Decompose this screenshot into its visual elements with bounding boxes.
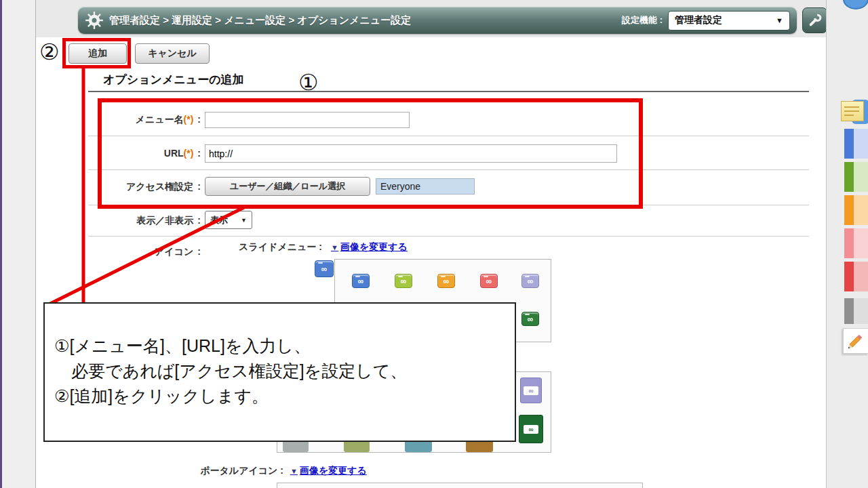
breadcrumb: 管理者設定 > 運用設定 > メニュー設定 > オプションメニュー設定	[109, 14, 411, 27]
annotation-rect-form-fields	[98, 98, 643, 209]
triangle-down-icon: ▼	[290, 467, 298, 475]
chevron-down-icon: ▼	[776, 16, 783, 24]
portal-icon-picker-box-2	[277, 483, 643, 488]
row-separator	[88, 236, 809, 237]
wrench-icon	[808, 13, 823, 28]
step-1-marker: ①	[298, 69, 319, 96]
portal-icon-option-gray[interactable]	[283, 442, 309, 452]
memo-color-blue[interactable]	[844, 129, 868, 159]
app-launcher-sidebar	[0, 0, 36, 488]
header-breadcrumb-bar: 管理者設定 > 運用設定 > メニュー設定 > オプションメニュー設定 設定機能…	[78, 7, 797, 34]
selected-slide-icon[interactable]: ∞	[315, 260, 334, 277]
portal-icon-option-darkgreen[interactable]: ∞	[519, 415, 543, 443]
form-title: オプションメニューの追加	[103, 72, 244, 87]
memo-note-icon[interactable]	[841, 98, 868, 127]
function-select-label: 設定機能 :	[622, 14, 663, 26]
memo-color-orange[interactable]	[844, 195, 868, 225]
settings-wrench-button[interactable]	[802, 7, 827, 33]
memo-color-pink[interactable]	[844, 228, 868, 258]
step-2-marker: ②	[39, 39, 60, 65]
memo-color-gray[interactable]	[844, 298, 868, 324]
portal-icon-option-brown[interactable]	[466, 442, 493, 452]
cancel-button[interactable]: キャンセル	[135, 43, 210, 64]
annotation-note-box: ①[メニュー名]、[URL]を入力し、 必要であれば[アクセス権設定]を設定して…	[43, 302, 516, 442]
annotation-line: 必要であれば[アクセス権設定]を設定して、	[54, 359, 508, 384]
slide-icon-option-darkgreen[interactable]: ∞	[521, 312, 539, 326]
visibility-label: 表示／非表示:	[88, 215, 201, 227]
portal-icon-option-olive[interactable]	[344, 442, 370, 452]
portal-icon-label: ポータルアイコン :	[163, 465, 283, 477]
chevron-down-icon: ▼	[235, 217, 247, 224]
triangle-down-icon: ▼	[331, 243, 338, 251]
function-select-value: 管理者設定	[675, 14, 722, 26]
slide-icon-option-lavender[interactable]: ∞	[521, 274, 539, 288]
annotation-line: ②[追加]をクリックします。	[54, 384, 508, 409]
memo-color-red[interactable]	[844, 262, 868, 291]
slide-icon-option-yellowgreen[interactable]: ∞	[395, 274, 412, 288]
slide-icon-option-blue[interactable]: ∞	[352, 274, 370, 288]
slide-icon-option-orange[interactable]: ∞	[437, 274, 455, 288]
slide-icon-option-red[interactable]: ∞	[480, 274, 498, 288]
gear-icon	[85, 11, 104, 30]
function-select[interactable]: 管理者設定 ▼	[668, 11, 790, 30]
slide-menu-label: スライドメニュー :	[239, 241, 322, 253]
annotation-rect-add-button	[62, 38, 131, 68]
title-underline	[88, 91, 809, 92]
memo-color-green[interactable]	[844, 162, 868, 192]
change-image-link-portal[interactable]: ▼画像を変更する	[290, 465, 367, 477]
change-image-link-slide[interactable]: ▼画像を変更する	[331, 241, 408, 253]
portal-icon-option-teal[interactable]	[405, 442, 432, 452]
visibility-select[interactable]: 表示 ▼	[205, 211, 252, 229]
memo-edit-button[interactable]	[843, 328, 868, 354]
icon-label: アイコン:	[88, 246, 201, 258]
portal-icon-option-lavender[interactable]: ∞	[520, 378, 542, 403]
sidebar-accent-stripe	[0, 0, 2, 488]
pencil-icon	[844, 329, 868, 353]
annotation-line: ①[メニュー名]、[URL]を入力し、	[54, 333, 508, 359]
